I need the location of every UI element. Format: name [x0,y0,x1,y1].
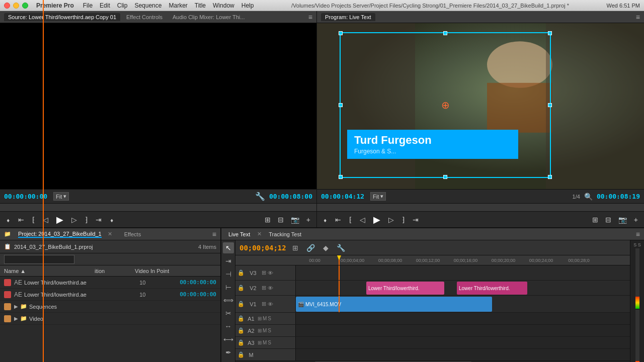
ripple-edit-tool[interactable]: ⊣ [223,268,234,280]
project-tab[interactable]: Project: 2014_03_27_BikeBuild_1 [18,231,102,238]
wrench-tl-btn[interactable]: 🔧 [335,243,347,253]
rolling-edit-tool[interactable]: ⊢ [223,282,234,293]
menu-file[interactable]: File [83,2,93,9]
program-tab[interactable]: Program: Live Text [321,13,375,21]
menu-edit[interactable]: Edit [100,2,110,9]
mark-out-btn[interactable]: ⬧ [108,215,116,225]
a2-mute-btn[interactable]: M [263,328,267,333]
insert-btn[interactable]: ⊞ [263,215,273,225]
effect-controls-tab[interactable]: Effect Controls [122,13,167,21]
a3-mute-btn[interactable]: M [263,340,267,345]
live-text-close[interactable]: ✕ [257,231,262,237]
step-back-btn[interactable]: ⁅ [30,215,37,225]
razor-tool[interactable]: ✂ [223,308,234,319]
a3-lock-icon[interactable]: 🔒 [237,339,245,346]
menu-marker[interactable]: Marker [169,2,187,9]
a3-sync-icon[interactable]: ⊞ [258,340,262,345]
audio-clip-mixer-tab[interactable]: Audio Clip Mixer: Lower Thi... [169,13,249,21]
rate-stretch-tool[interactable]: ⟺ [223,295,234,306]
a2-lock-icon[interactable]: 🔒 [237,327,245,334]
menu-sequence[interactable]: Sequence [134,2,162,9]
link-btn[interactable]: 🔗 [304,243,317,253]
menu-window[interactable]: Window [213,2,234,9]
go-to-in-btn[interactable]: ⇤ [16,215,26,225]
v3-sync-icon[interactable]: ⊞ [262,269,266,276]
prog-go-out[interactable]: ⇥ [411,215,421,225]
slip-tool[interactable]: ↔ [223,321,234,332]
program-fit-dropdown[interactable]: Fit ▾ [370,192,386,201]
prog-step-back[interactable]: ⁅ [347,215,354,225]
a1-lock-icon[interactable]: 🔒 [237,315,245,322]
selection-tool[interactable]: ↖ [223,242,234,253]
prog-mark-in[interactable]: ⬧ [321,215,329,225]
next-frame-btn[interactable]: ▷ [69,215,79,225]
prog-add[interactable]: + [632,215,640,225]
menu-help[interactable]: Help [242,2,254,9]
prog-play[interactable]: ▶ [371,213,382,226]
mark-in-btn[interactable]: ⬧ [4,215,12,225]
tracking-test-tab[interactable]: Tracking Test [266,230,304,238]
pen-tool[interactable]: ✒ [223,347,234,358]
add-btn[interactable]: + [304,215,312,225]
project-title: 2014_03_27_BikeBuild_1.prproj [14,244,93,250]
track-a1: 🔒 A1 ⊞ M S [235,313,630,325]
v2-sync-icon[interactable]: ⊞ [262,285,266,291]
v3-lock-icon[interactable]: 🔒 [237,269,245,276]
a2-solo-btn[interactable]: S [268,328,271,333]
project-close-icon[interactable]: ✕ [108,231,112,237]
prog-next-frame[interactable]: ▷ [386,215,396,225]
source-tab[interactable]: Source: Lower Third/lowerthird.aep Copy … [4,13,120,21]
track-select-tool[interactable]: ⇥ [223,255,234,266]
slide-tool[interactable]: ⟷ [223,334,234,345]
play-btn[interactable]: ▶ [54,213,65,226]
ae-icon-2: AE [14,291,22,298]
timeline-panel-menu[interactable]: ≡ [636,230,640,238]
a2-sync-icon[interactable]: ⊞ [258,328,262,333]
wrench-icon[interactable]: 🔧 [255,192,265,201]
prog-step-fwd[interactable]: ⁆ [400,215,407,225]
a1-mute-btn[interactable]: M [263,316,267,321]
v1-clip-1[interactable]: 🎬 MVI_6415.MOV [296,297,492,312]
go-to-out-btn[interactable]: ⇥ [94,215,104,225]
prog-prev-frame[interactable]: ◁ [358,215,367,225]
menu-clip[interactable]: Clip [117,2,128,9]
v2-clip-2[interactable]: Lower Third/lowerthird. [457,282,527,295]
prog-extract[interactable]: ⊟ [603,215,613,225]
camera-btn[interactable]: 📷 [289,215,301,225]
v1-eye-icon[interactable]: 👁 [268,301,273,307]
folder-video[interactable]: ▶ 📁 Video [0,313,220,325]
zoom-icon[interactable]: 🔍 [584,193,593,201]
v2-clip-1[interactable]: Lower Third/lowerthird. [366,282,444,295]
a3-solo-btn[interactable]: S [268,340,271,345]
program-panel-menu[interactable]: ≡ [636,13,640,21]
source-fit-dropdown[interactable]: Fit ▾ [53,192,69,201]
prog-camera[interactable]: 📷 [616,215,629,225]
menu-title[interactable]: Title [195,2,206,9]
a1-solo-btn[interactable]: S [268,316,271,321]
search-input[interactable] [4,255,74,264]
folder-sequences[interactable]: ▶ 📁 Sequences [0,301,220,313]
live-text-tab[interactable]: Live Text [225,230,253,238]
close-button[interactable] [4,3,10,9]
minimize-button[interactable] [13,3,19,9]
v3-eye-icon[interactable]: 👁 [268,270,273,276]
v1-sync-icon[interactable]: ⊞ [262,301,266,307]
v2-eye-icon[interactable]: 👁 [268,285,273,291]
project-item-2[interactable]: AE Lower Third/lowerthird.ae 10 00:00:00… [0,289,220,301]
snap-btn[interactable]: ⊞ [290,243,300,253]
marker-btn[interactable]: ◆ [321,243,331,253]
fullscreen-button[interactable] [22,3,28,9]
effects-tab[interactable]: Effects [120,230,145,238]
project-panel-menu[interactable]: ≡ [212,230,216,238]
source-panel-menu[interactable]: ≡ [308,13,312,21]
previous-frame-btn[interactable]: ◁ [41,215,50,225]
project-item-1[interactable]: AE Lower Third/lowerthird.ae 10 00:00:00… [0,277,220,289]
v1-lock-icon[interactable]: 🔒 [237,301,245,307]
prog-lift[interactable]: ⊞ [590,215,600,225]
step-forward-btn[interactable]: ⁆ [83,215,90,225]
a1-sync-icon[interactable]: ⊞ [258,316,262,321]
hand-tool[interactable]: ✋ [223,360,234,362]
prog-go-in[interactable]: ⇤ [333,215,343,225]
v2-lock-icon[interactable]: 🔒 [237,285,245,291]
overwrite-btn[interactable]: ⊟ [276,215,286,225]
